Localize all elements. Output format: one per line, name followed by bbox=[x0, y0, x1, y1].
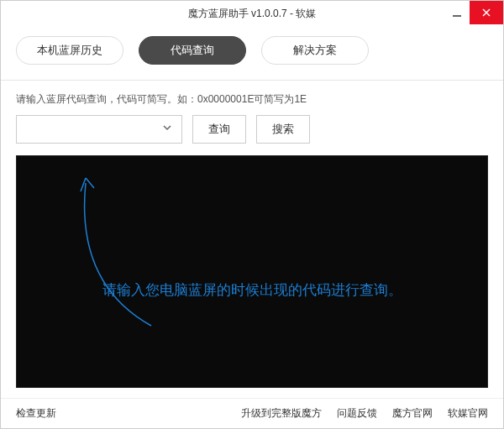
link-label: 检查更新 bbox=[16, 407, 56, 419]
guide-arrow-icon bbox=[50, 166, 185, 334]
check-update-link[interactable]: 检查更新 bbox=[16, 406, 56, 421]
tab-history[interactable]: 本机蓝屏历史 bbox=[16, 36, 123, 65]
tab-label: 代码查询 bbox=[171, 43, 214, 58]
divider bbox=[1, 80, 503, 81]
titlebar: 魔方蓝屏助手 v1.0.0.7 - 软媒 bbox=[1, 1, 503, 26]
link-label: 魔方官网 bbox=[392, 407, 433, 419]
search-row: 查询 搜索 bbox=[16, 115, 488, 144]
close-button[interactable] bbox=[470, 1, 503, 24]
tab-code-lookup[interactable]: 代码查询 bbox=[139, 36, 246, 65]
window-controls bbox=[444, 1, 503, 26]
feedback-link[interactable]: 问题反馈 bbox=[337, 406, 377, 421]
footer-right: 升级到完整版魔方 问题反馈 魔方官网 软媒官网 bbox=[241, 406, 488, 421]
chevron-down-icon bbox=[161, 122, 173, 137]
code-combobox[interactable] bbox=[16, 115, 182, 144]
panel-message: 请输入您电脑蓝屏的时候出现的代码进行查询。 bbox=[102, 281, 402, 300]
minimize-button[interactable] bbox=[444, 1, 470, 24]
close-icon bbox=[481, 8, 491, 18]
window-title: 魔方蓝屏助手 v1.0.0.7 - 软媒 bbox=[188, 7, 317, 21]
tab-bar: 本机蓝屏历史 代码查询 解决方案 bbox=[1, 26, 503, 80]
tab-label: 本机蓝屏历史 bbox=[37, 43, 102, 58]
content-area: 请输入蓝屏代码查询，代码可简写。如：0x0000001E可简写为1E 查询 搜索… bbox=[1, 92, 503, 398]
link-label: 软媒官网 bbox=[448, 407, 488, 419]
button-label: 查询 bbox=[208, 122, 230, 137]
tab-solution[interactable]: 解决方案 bbox=[261, 36, 369, 65]
button-label: 搜索 bbox=[272, 122, 294, 137]
mofang-site-link[interactable]: 魔方官网 bbox=[392, 406, 433, 421]
minimize-icon bbox=[452, 8, 462, 18]
tab-label: 解决方案 bbox=[293, 43, 337, 58]
link-label: 问题反馈 bbox=[337, 407, 377, 419]
input-hint: 请输入蓝屏代码查询，代码可简写。如：0x0000001E可简写为1E bbox=[16, 92, 488, 107]
result-panel: 请输入您电脑蓝屏的时候出现的代码进行查询。 bbox=[16, 155, 488, 388]
upgrade-link[interactable]: 升级到完整版魔方 bbox=[241, 406, 322, 421]
footer: 检查更新 升级到完整版魔方 问题反馈 魔方官网 软媒官网 bbox=[1, 398, 503, 428]
link-label: 升级到完整版魔方 bbox=[241, 407, 322, 419]
app-window: 魔方蓝屏助手 v1.0.0.7 - 软媒 本机蓝屏历史 代码查询 解决方案 请输… bbox=[0, 0, 504, 429]
ruanmei-site-link[interactable]: 软媒官网 bbox=[448, 406, 488, 421]
query-button[interactable]: 查询 bbox=[192, 115, 246, 144]
search-button[interactable]: 搜索 bbox=[256, 115, 310, 144]
